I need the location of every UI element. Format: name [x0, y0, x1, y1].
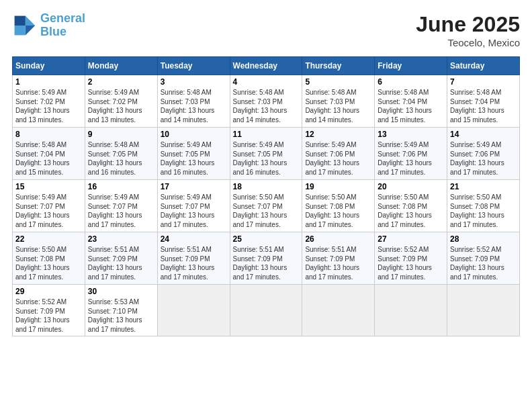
day-number: 13 — [378, 130, 444, 139]
day-number: 18 — [233, 182, 300, 191]
calendar-row: 22 Sunrise: 5:50 AM Sunset: 7:08 PM Dayl… — [13, 232, 520, 285]
day-info: Sunrise: 5:49 AM Sunset: 7:05 PM Dayligh… — [161, 140, 227, 177]
calendar-cell: 1 Sunrise: 5:49 AM Sunset: 7:02 PM Dayli… — [13, 75, 85, 128]
day-info: Sunrise: 5:49 AM Sunset: 7:06 PM Dayligh… — [450, 140, 517, 177]
day-info: Sunrise: 5:49 AM Sunset: 7:06 PM Dayligh… — [378, 140, 444, 177]
calendar-cell: 4 Sunrise: 5:48 AM Sunset: 7:03 PM Dayli… — [230, 75, 302, 128]
calendar-row: 29 Sunrise: 5:52 AM Sunset: 7:09 PM Dayl… — [13, 285, 520, 336]
logo-blue: Blue — [40, 25, 66, 38]
logo-general: General — [40, 11, 85, 25]
calendar-cell: 17 Sunrise: 5:49 AM Sunset: 7:07 PM Dayl… — [157, 180, 230, 232]
header-sunday: Sunday — [13, 57, 85, 75]
calendar-cell: 23 Sunrise: 5:51 AM Sunset: 7:09 PM Dayl… — [85, 232, 157, 285]
calendar-cell: 15 Sunrise: 5:49 AM Sunset: 7:07 PM Dayl… — [13, 180, 85, 232]
header-monday: Monday — [85, 57, 157, 75]
day-number: 1 — [15, 77, 82, 87]
calendar-cell: 10 Sunrise: 5:49 AM Sunset: 7:05 PM Dayl… — [157, 128, 230, 180]
day-number: 15 — [15, 182, 82, 191]
day-number: 12 — [305, 130, 371, 139]
day-number: 25 — [233, 234, 300, 244]
svg-rect-2 — [15, 15, 26, 25]
calendar-cell: 20 Sunrise: 5:50 AM Sunset: 7:08 PM Dayl… — [375, 180, 447, 232]
day-info: Sunrise: 5:48 AM Sunset: 7:03 PM Dayligh… — [305, 88, 371, 124]
day-number: 23 — [88, 234, 154, 244]
weekday-header-row: Sunday Monday Tuesday Wednesday Thursday… — [13, 57, 520, 75]
calendar-row: 1 Sunrise: 5:49 AM Sunset: 7:02 PM Dayli… — [13, 75, 520, 128]
day-info: Sunrise: 5:48 AM Sunset: 7:03 PM Dayligh… — [233, 88, 300, 124]
calendar-cell: 19 Sunrise: 5:50 AM Sunset: 7:08 PM Dayl… — [302, 180, 375, 232]
day-info: Sunrise: 5:50 AM Sunset: 7:08 PM Dayligh… — [305, 193, 371, 229]
calendar-cell: 29 Sunrise: 5:52 AM Sunset: 7:09 PM Dayl… — [13, 285, 85, 336]
logo: General Blue — [12, 12, 85, 39]
day-number: 3 — [161, 77, 227, 87]
calendar-cell: 6 Sunrise: 5:48 AM Sunset: 7:04 PM Dayli… — [375, 75, 447, 128]
calendar-cell — [230, 285, 302, 336]
day-info: Sunrise: 5:53 AM Sunset: 7:10 PM Dayligh… — [88, 298, 154, 334]
svg-marker-1 — [26, 26, 35, 35]
header-wednesday: Wednesday — [230, 57, 302, 75]
calendar-cell: 27 Sunrise: 5:52 AM Sunset: 7:09 PM Dayl… — [375, 232, 447, 285]
logo-text: General Blue — [40, 12, 85, 39]
day-number: 20 — [378, 182, 444, 191]
calendar-cell: 22 Sunrise: 5:50 AM Sunset: 7:08 PM Dayl… — [13, 232, 85, 285]
day-number: 6 — [378, 77, 444, 87]
day-number: 4 — [233, 77, 300, 87]
day-info: Sunrise: 5:49 AM Sunset: 7:02 PM Dayligh… — [15, 88, 82, 124]
day-number: 24 — [161, 234, 227, 244]
day-info: Sunrise: 5:48 AM Sunset: 7:04 PM Dayligh… — [378, 88, 444, 124]
day-number: 2 — [88, 77, 154, 87]
day-info: Sunrise: 5:51 AM Sunset: 7:09 PM Dayligh… — [233, 245, 300, 281]
day-info: Sunrise: 5:52 AM Sunset: 7:09 PM Dayligh… — [15, 298, 82, 334]
day-info: Sunrise: 5:49 AM Sunset: 7:06 PM Dayligh… — [305, 140, 371, 177]
calendar-cell — [302, 285, 375, 336]
calendar-cell: 3 Sunrise: 5:48 AM Sunset: 7:03 PM Dayli… — [157, 75, 230, 128]
day-info: Sunrise: 5:49 AM Sunset: 7:07 PM Dayligh… — [15, 193, 82, 229]
header-saturday: Saturday — [447, 57, 520, 75]
day-number: 27 — [378, 234, 444, 244]
day-info: Sunrise: 5:49 AM Sunset: 7:02 PM Dayligh… — [88, 88, 154, 124]
day-info: Sunrise: 5:49 AM Sunset: 7:07 PM Dayligh… — [161, 193, 227, 229]
calendar-cell: 2 Sunrise: 5:49 AM Sunset: 7:02 PM Dayli… — [85, 75, 157, 128]
calendar-cell: 25 Sunrise: 5:51 AM Sunset: 7:09 PM Dayl… — [230, 232, 302, 285]
day-number: 17 — [161, 182, 227, 191]
calendar-page: General Blue June 2025 Teocelo, Mexico S… — [0, 0, 532, 343]
calendar-body: 1 Sunrise: 5:49 AM Sunset: 7:02 PM Dayli… — [13, 75, 520, 336]
day-info: Sunrise: 5:51 AM Sunset: 7:09 PM Dayligh… — [88, 245, 154, 281]
day-number: 7 — [450, 77, 517, 87]
header-thursday: Thursday — [302, 57, 375, 75]
day-info: Sunrise: 5:52 AM Sunset: 7:09 PM Dayligh… — [450, 245, 517, 281]
calendar-cell: 13 Sunrise: 5:49 AM Sunset: 7:06 PM Dayl… — [375, 128, 447, 180]
calendar-cell: 14 Sunrise: 5:49 AM Sunset: 7:06 PM Dayl… — [447, 128, 520, 180]
header-tuesday: Tuesday — [157, 57, 230, 75]
day-number: 16 — [88, 182, 154, 191]
calendar-cell: 26 Sunrise: 5:51 AM Sunset: 7:09 PM Dayl… — [302, 232, 375, 285]
day-number: 19 — [305, 182, 371, 191]
svg-marker-0 — [26, 15, 35, 25]
day-number: 14 — [450, 130, 517, 139]
calendar-cell — [157, 285, 230, 336]
day-number: 10 — [161, 130, 227, 139]
calendar-cell: 11 Sunrise: 5:49 AM Sunset: 7:05 PM Dayl… — [230, 128, 302, 180]
day-number: 8 — [15, 130, 82, 139]
day-number: 11 — [233, 130, 300, 139]
header-friday: Friday — [375, 57, 447, 75]
calendar-cell: 7 Sunrise: 5:48 AM Sunset: 7:04 PM Dayli… — [447, 75, 520, 128]
day-info: Sunrise: 5:51 AM Sunset: 7:09 PM Dayligh… — [305, 245, 371, 281]
day-info: Sunrise: 5:49 AM Sunset: 7:07 PM Dayligh… — [88, 193, 154, 229]
calendar-cell: 21 Sunrise: 5:50 AM Sunset: 7:08 PM Dayl… — [447, 180, 520, 232]
month-title: June 2025 — [416, 12, 520, 37]
calendar-cell: 16 Sunrise: 5:49 AM Sunset: 7:07 PM Dayl… — [85, 180, 157, 232]
calendar-cell: 5 Sunrise: 5:48 AM Sunset: 7:03 PM Dayli… — [302, 75, 375, 128]
day-number: 5 — [305, 77, 371, 87]
day-info: Sunrise: 5:51 AM Sunset: 7:09 PM Dayligh… — [161, 245, 227, 281]
calendar-cell: 8 Sunrise: 5:48 AM Sunset: 7:04 PM Dayli… — [13, 128, 85, 180]
day-info: Sunrise: 5:50 AM Sunset: 7:08 PM Dayligh… — [450, 193, 517, 229]
day-number: 9 — [88, 130, 154, 139]
day-number: 21 — [450, 182, 517, 191]
day-number: 29 — [15, 287, 82, 296]
day-info: Sunrise: 5:50 AM Sunset: 7:07 PM Dayligh… — [233, 193, 300, 229]
day-number: 26 — [305, 234, 371, 244]
day-info: Sunrise: 5:48 AM Sunset: 7:04 PM Dayligh… — [450, 88, 517, 124]
day-number: 28 — [450, 234, 517, 244]
title-area: June 2025 Teocelo, Mexico — [416, 12, 520, 48]
